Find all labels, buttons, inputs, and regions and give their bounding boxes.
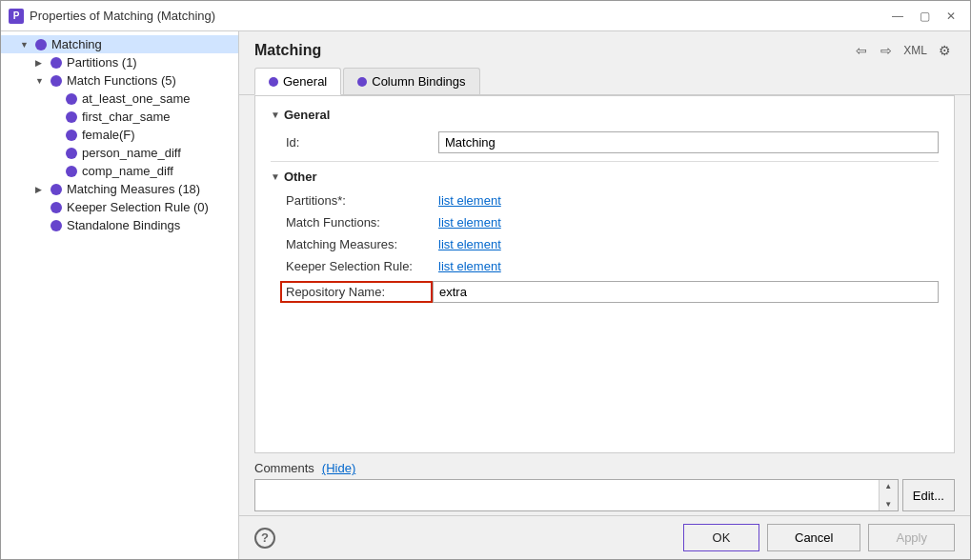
keeper-selection-rule-link[interactable]: list element: [438, 259, 501, 273]
sidebar-item-female-f[interactable]: female(F): [1, 126, 238, 144]
sidebar-item-matching[interactable]: ▼ Matching: [1, 35, 238, 53]
sidebar-label-ksr: Keeper Selection Rule (0): [67, 200, 209, 214]
settings-icon[interactable]: ⚙: [935, 41, 955, 60]
scroll-up-arrow[interactable]: ▲: [884, 482, 892, 490]
sidebar-item-comp-name-diff[interactable]: comp_name_diff: [1, 162, 238, 180]
sidebar-item-standalone-bindings[interactable]: Standalone Bindings: [1, 216, 238, 234]
comments-input-row: ▲ ▼: [254, 479, 899, 511]
tab-column-bindings-label: Column Bindings: [372, 74, 465, 89]
partitions-label: Partitions*:: [286, 193, 438, 208]
sidebar-item-person-name-diff[interactable]: person_name_diff: [1, 144, 238, 162]
close-button[interactable]: ✕: [940, 7, 962, 26]
expand-arrow-partitions: ▶: [35, 58, 51, 68]
tree-dot-ksr: [51, 202, 62, 213]
sidebar-label-ff: female(F): [82, 128, 135, 142]
other-section-header: ▼ Other: [271, 170, 939, 184]
xml-label: XML: [903, 44, 927, 57]
sidebar-label-partitions: Partitions (1): [67, 55, 137, 70]
tree-dot-cnd: [66, 166, 77, 177]
sidebar-item-first-char-same[interactable]: first_char_same: [1, 108, 238, 126]
tree-dot-ff: [66, 130, 77, 141]
match-functions-row: Match Functions: list element: [271, 215, 939, 230]
window-controls: — ▢ ✕: [886, 7, 962, 26]
general-section-title: General: [284, 108, 330, 122]
button-group: OK Cancel Apply: [683, 524, 955, 551]
comments-label: Comments: [254, 461, 314, 475]
comments-scrollbar: ▲ ▼: [879, 480, 898, 510]
partitions-link[interactable]: list element: [438, 193, 501, 208]
maximize-button[interactable]: ▢: [913, 7, 936, 26]
sidebar-label-cnd: comp_name_diff: [82, 164, 173, 178]
tab-dot-column-bindings: [357, 77, 367, 87]
app-icon: P: [9, 9, 24, 24]
general-section-header: ▼ General: [271, 108, 939, 122]
comments-area: Comments (Hide) ▲ ▼ Edit...: [239, 453, 970, 515]
panel-title: Matching: [254, 42, 321, 59]
id-row: Id:: [271, 131, 939, 153]
right-panel: Matching ⇦ ⇨ XML ⚙ General Column Bindin…: [239, 31, 970, 559]
keeper-selection-rule-row: Keeper Selection Rule: list element: [271, 259, 939, 273]
tree-dot-mm: [51, 184, 62, 195]
match-functions-label: Match Functions:: [286, 215, 438, 230]
id-input[interactable]: [438, 131, 939, 153]
repository-name-input[interactable]: [433, 281, 939, 303]
section-divider: [271, 161, 939, 162]
repository-name-row: Repository Name:: [271, 281, 939, 303]
sidebar: ▼ Matching ▶ Partitions (1) ▼ Match Func…: [1, 31, 239, 559]
matching-measures-row: Matching Measures: list element: [271, 237, 939, 251]
comments-header: Comments (Hide): [254, 461, 955, 475]
ok-button[interactable]: OK: [683, 524, 759, 551]
sidebar-label-sb: Standalone Bindings: [67, 218, 180, 232]
tree-dot-sb: [51, 220, 62, 231]
scroll-down-arrow[interactable]: ▼: [884, 500, 892, 509]
cancel-button[interactable]: Cancel: [767, 524, 860, 551]
comments-input-container: ▲ ▼ Edit...: [254, 479, 955, 511]
tree-dot-fcs: [66, 111, 77, 123]
tab-dot-general: [269, 77, 278, 87]
panel-header: Matching ⇦ ⇨ XML ⚙: [239, 31, 970, 68]
sidebar-item-keeper-selection-rule[interactable]: Keeper Selection Rule (0): [1, 198, 238, 216]
forward-icon[interactable]: ⇨: [877, 41, 896, 60]
sidebar-label-pnd: person_name_diff: [82, 146, 181, 160]
sidebar-item-partitions[interactable]: ▶ Partitions (1): [1, 53, 238, 71]
back-icon[interactable]: ⇦: [852, 41, 871, 60]
id-label: Id:: [286, 135, 438, 150]
tree-dot-match-functions: [51, 75, 62, 87]
expand-arrow-match-functions: ▼: [35, 76, 51, 86]
matching-measures-link[interactable]: list element: [438, 237, 501, 251]
help-icon[interactable]: ?: [254, 528, 275, 549]
matching-measures-label: Matching Measures:: [286, 237, 438, 251]
expand-arrow-mm: ▶: [35, 185, 51, 194]
general-section-arrow: ▼: [271, 110, 280, 120]
sidebar-label-mm: Matching Measures (18): [67, 182, 200, 196]
tab-general-label: General: [283, 74, 327, 89]
window-title: Properties of Matching (Matching): [30, 9, 886, 23]
sidebar-label-matching: Matching: [51, 37, 102, 51]
sidebar-label-fcs: first_char_same: [82, 110, 170, 124]
sidebar-item-match-functions[interactable]: ▼ Match Functions (5): [1, 71, 238, 90]
partitions-row: Partitions*: list element: [271, 193, 939, 208]
main-content: ▼ Matching ▶ Partitions (1) ▼ Match Func…: [1, 31, 970, 559]
edit-button[interactable]: Edit...: [902, 479, 955, 511]
tree-dot-pnd: [66, 148, 77, 159]
comments-textarea[interactable]: [255, 480, 879, 510]
minimize-button[interactable]: —: [886, 7, 909, 26]
hide-link[interactable]: (Hide): [322, 461, 355, 475]
tree-dot-matching: [35, 39, 47, 50]
title-bar: P Properties of Matching (Matching) — ▢ …: [1, 1, 970, 31]
tab-column-bindings[interactable]: Column Bindings: [343, 68, 479, 94]
sidebar-item-at-least-one-same[interactable]: at_least_one_same: [1, 90, 238, 108]
tree-dot-al1s: [66, 93, 77, 105]
tree-dot-partitions: [51, 57, 62, 69]
keeper-selection-rule-label: Keeper Selection Rule:: [286, 259, 438, 273]
panel-header-icons: ⇦ ⇨ XML ⚙: [852, 41, 955, 60]
other-section-arrow: ▼: [271, 171, 280, 182]
sidebar-item-matching-measures[interactable]: ▶ Matching Measures (18): [1, 180, 238, 198]
sidebar-label-match-functions: Match Functions (5): [67, 73, 176, 88]
other-section-title: Other: [284, 170, 317, 184]
match-functions-link[interactable]: list element: [438, 215, 501, 230]
tab-general[interactable]: General: [254, 68, 341, 95]
repository-name-label: Repository Name:: [280, 281, 433, 303]
form-area: ▼ General Id: ▼ Other Partitions*: list …: [254, 95, 955, 453]
apply-button[interactable]: Apply: [868, 524, 955, 551]
